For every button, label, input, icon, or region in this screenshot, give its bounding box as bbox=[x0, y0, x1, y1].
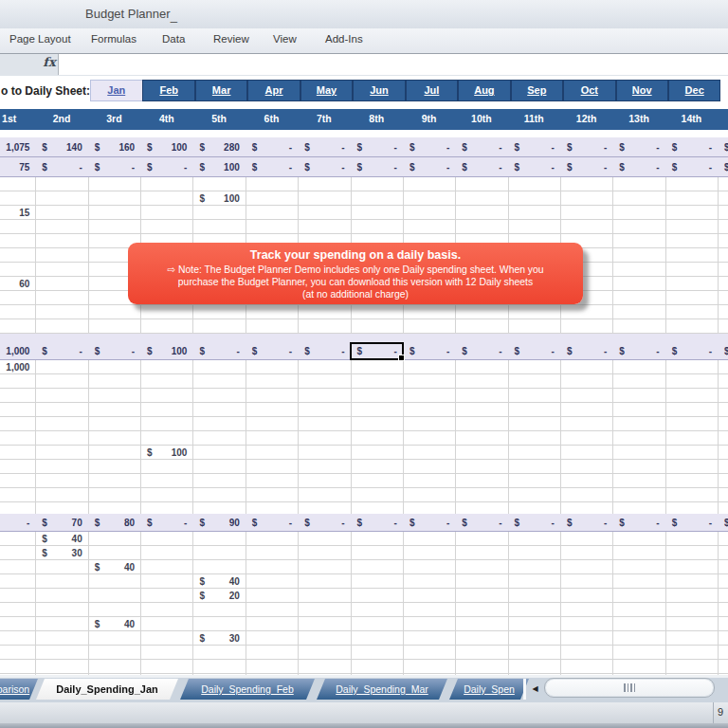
grid-cell[interactable]: $- bbox=[246, 137, 298, 156]
grid-cell[interactable]: $- bbox=[35, 157, 87, 176]
month-tab-jul[interactable]: Jul bbox=[406, 80, 459, 101]
grid-cell[interactable]: $- bbox=[88, 343, 140, 359]
grid-cell[interactable]: $40 bbox=[88, 560, 140, 573]
grid-cell[interactable]: $- bbox=[192, 343, 245, 359]
grid-cell[interactable]: $- bbox=[88, 157, 140, 176]
grid-cell[interactable]: $- bbox=[560, 514, 612, 531]
grid-cell[interactable]: $- bbox=[246, 514, 298, 531]
grid-cell[interactable]: $- bbox=[560, 157, 612, 176]
month-tab-aug[interactable]: Aug bbox=[458, 80, 511, 101]
grid-cell[interactable]: $ bbox=[718, 514, 728, 531]
month-tab-may[interactable]: May bbox=[300, 80, 354, 101]
grid-cell[interactable]: $ bbox=[718, 137, 728, 156]
active-cell-selection[interactable] bbox=[350, 342, 404, 360]
month-tab-nov[interactable]: Nov bbox=[616, 80, 669, 101]
month-tab-sep[interactable]: Sep bbox=[511, 80, 564, 101]
ribbon-tab-review[interactable]: Review bbox=[213, 33, 249, 45]
month-tab-oct[interactable]: Oct bbox=[563, 80, 616, 101]
ribbon-tab-page-layout[interactable]: Page Layout bbox=[9, 33, 71, 45]
grid-cell[interactable]: $- bbox=[298, 137, 350, 156]
grid-cell[interactable]: $40 bbox=[35, 532, 87, 545]
scrollbar-thumb[interactable] bbox=[546, 680, 713, 696]
grid-cell[interactable]: $- bbox=[455, 137, 507, 156]
grid-cell[interactable]: $- bbox=[508, 137, 560, 156]
grid-cell[interactable]: - bbox=[0, 514, 35, 531]
grid-cell[interactable]: 60 bbox=[0, 277, 35, 290]
ribbon-tab-formulas[interactable]: Formulas bbox=[91, 33, 136, 45]
grid-cell[interactable]: $- bbox=[351, 514, 403, 531]
grid-cell[interactable]: $- bbox=[508, 514, 560, 531]
grid-cell[interactable]: 1,075 bbox=[0, 137, 35, 156]
sheet-tab-daily-spending-jan[interactable]: Daily_Spending_Jan bbox=[36, 679, 178, 700]
grid-cell[interactable]: $- bbox=[35, 343, 87, 359]
grid-cell[interactable]: $- bbox=[298, 343, 350, 359]
grid-cell[interactable]: $160 bbox=[88, 137, 140, 156]
tab-scroll-left-button[interactable]: ◀ bbox=[528, 680, 542, 699]
grid-cell[interactable]: $- bbox=[298, 514, 350, 531]
grid-cell[interactable]: $100 bbox=[192, 157, 245, 176]
spreadsheet-grid[interactable]: 1,075$140$160$100$280$-$-$-$-$-$-$-$-$-$… bbox=[0, 130, 728, 675]
grid-cell[interactable]: $- bbox=[403, 514, 455, 531]
grid-cell[interactable]: $- bbox=[403, 157, 455, 176]
month-tab-mar[interactable]: Mar bbox=[195, 80, 248, 101]
grid-cell[interactable]: $- bbox=[403, 343, 455, 359]
grid-cell[interactable]: $40 bbox=[192, 574, 245, 588]
grid-cell[interactable]: $- bbox=[140, 157, 192, 176]
formula-bar-input[interactable] bbox=[59, 54, 728, 75]
grid-cell[interactable]: 1,000 bbox=[0, 360, 35, 373]
grid-cell[interactable]: $100 bbox=[140, 446, 192, 459]
grid-cell[interactable]: $- bbox=[508, 343, 560, 359]
grid-cell[interactable]: 75 bbox=[0, 157, 35, 176]
ribbon-tab-add-ins[interactable]: Add-Ins bbox=[325, 33, 363, 45]
grid-cell[interactable]: 15 bbox=[0, 206, 35, 219]
grid-cell[interactable]: $- bbox=[298, 157, 350, 176]
month-tab-dec[interactable]: Dec bbox=[668, 80, 721, 101]
grid-cell[interactable]: $- bbox=[612, 514, 664, 531]
ribbon-tab-view[interactable]: View bbox=[273, 33, 297, 45]
grid-cell[interactable]: $30 bbox=[192, 631, 245, 645]
ribbon-tab-data[interactable]: Data bbox=[162, 33, 185, 45]
month-tab-jun[interactable]: Jun bbox=[353, 80, 406, 101]
grid-cell[interactable]: $- bbox=[560, 137, 612, 156]
grid-cell[interactable]: $- bbox=[665, 514, 718, 531]
grid-cell[interactable]: $90 bbox=[192, 514, 245, 531]
grid-cell[interactable]: 1,000 bbox=[0, 343, 35, 359]
grid-cell[interactable]: $100 bbox=[192, 191, 245, 205]
month-tab-jan[interactable]: Jan bbox=[90, 80, 143, 101]
grid-cell[interactable]: $- bbox=[665, 157, 718, 176]
fill-handle[interactable] bbox=[398, 355, 405, 361]
grid-cell[interactable]: $280 bbox=[192, 137, 245, 156]
grid-cell[interactable]: $- bbox=[612, 137, 664, 156]
sheet-tab-daily-spending-feb[interactable]: Daily_Spending_Feb bbox=[180, 679, 315, 700]
grid-cell[interactable]: $80 bbox=[88, 514, 140, 531]
grid-cell[interactable]: $- bbox=[455, 343, 507, 359]
sheet-tab-daily-spen[interactable]: Daily_Spen bbox=[449, 679, 529, 700]
grid-cell[interactable]: $- bbox=[508, 157, 560, 176]
horizontal-scrollbar[interactable] bbox=[544, 678, 715, 698]
grid-cell[interactable]: $20 bbox=[192, 589, 245, 602]
grid-cell[interactable]: $- bbox=[612, 343, 664, 359]
grid-cell[interactable]: $- bbox=[612, 157, 664, 176]
grid-cell[interactable]: $- bbox=[246, 157, 298, 176]
grid-cell[interactable]: $ bbox=[718, 343, 728, 359]
grid-cell[interactable]: $70 bbox=[35, 514, 87, 531]
month-tab-feb[interactable]: Feb bbox=[142, 80, 195, 101]
grid-cell[interactable]: $100 bbox=[140, 343, 192, 359]
grid-cell[interactable]: $100 bbox=[140, 137, 192, 156]
grid-cell[interactable]: $ bbox=[718, 157, 728, 176]
grid-cell[interactable]: $40 bbox=[88, 617, 140, 630]
sheet-tab-daily-spending-mar[interactable]: Daily_Spending_Mar bbox=[317, 679, 447, 700]
grid-cell[interactable]: $- bbox=[351, 157, 403, 176]
grid-cell[interactable]: $- bbox=[246, 343, 298, 359]
grid-cell[interactable]: $- bbox=[403, 137, 455, 156]
month-tab-apr[interactable]: Apr bbox=[247, 80, 300, 101]
grid-cell[interactable]: $- bbox=[455, 514, 507, 531]
grid-cell[interactable]: $30 bbox=[35, 546, 87, 559]
grid-cell[interactable]: $- bbox=[665, 343, 718, 359]
grid-cell[interactable]: $- bbox=[140, 514, 192, 531]
grid-cell[interactable]: $- bbox=[351, 137, 403, 156]
sheet-tab-parison[interactable]: parison bbox=[0, 679, 38, 700]
grid-cell[interactable]: $- bbox=[560, 343, 612, 359]
grid-cell[interactable]: $- bbox=[665, 137, 718, 156]
grid-cell[interactable]: $- bbox=[455, 157, 507, 176]
